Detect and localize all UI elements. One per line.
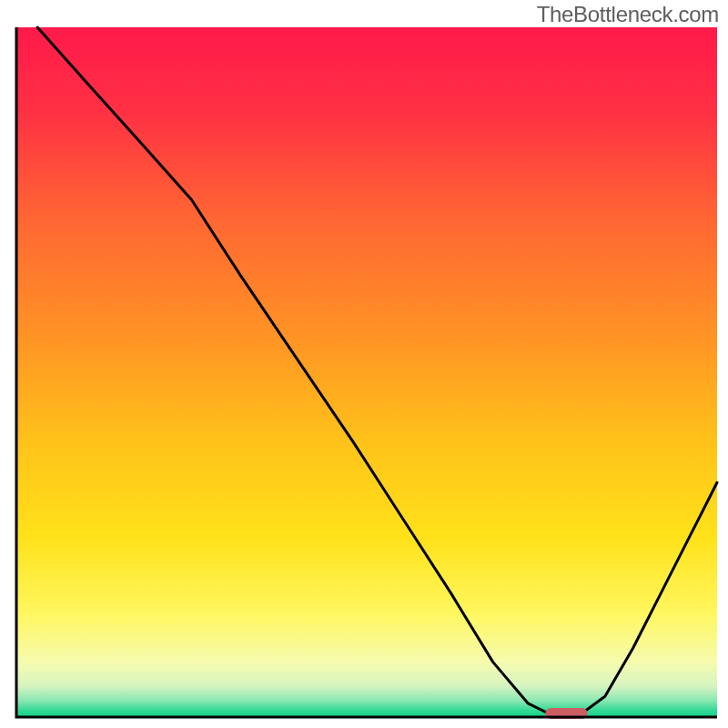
chart-container: TheBottleneck.com <box>0 0 728 728</box>
bottleneck-chart <box>0 0 728 728</box>
watermark-text: TheBottleneck.com <box>537 2 719 27</box>
gradient-background <box>16 27 717 717</box>
